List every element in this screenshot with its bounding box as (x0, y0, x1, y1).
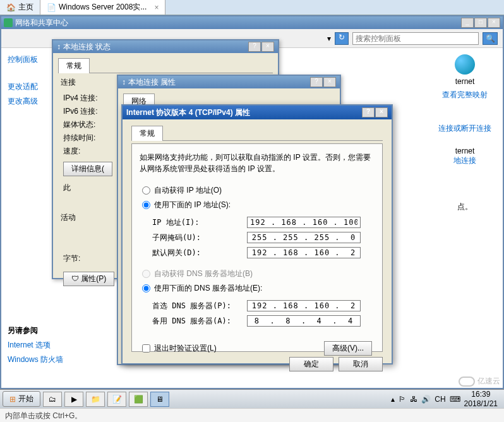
close-button[interactable]: × (488, 18, 500, 28)
link-change-advanced[interactable]: 更改高级 (8, 96, 45, 107)
radio-auto-dns-label: 自动获得 DNS 服务器地址(B) (154, 268, 253, 279)
link-local-conn[interactable]: 地连接 (433, 155, 496, 166)
link-connect[interactable]: 连接或断开连接 (433, 123, 496, 134)
page-icon: 📄 (47, 3, 56, 12)
left-panel: 控制面板 更改适配 更改高级 (8, 54, 45, 111)
cloud-icon (459, 377, 475, 387)
radio-auto-ip[interactable] (142, 186, 150, 195)
search-button[interactable]: 🔍 (483, 32, 498, 45)
radio-use-dns-row[interactable]: 使用下面的 DNS 服务器地址(E): (140, 281, 375, 296)
tab-label: 主页 (18, 2, 33, 13)
search-input[interactable] (352, 32, 479, 45)
dns2-input[interactable] (247, 315, 361, 327)
radio-auto-ip-row[interactable]: 自动获得 IP 地址(O) (140, 183, 375, 198)
tab-windows-server[interactable]: 📄 Windows Server 2008实... × (40, 0, 165, 15)
window-title: 网络和共享中心 (15, 18, 68, 28)
window-controls: _ □ × (461, 18, 500, 28)
taskbar-powershell-icon[interactable]: ▶ (64, 392, 83, 407)
close-icon[interactable]: × (154, 3, 159, 12)
globe-icon (455, 54, 475, 75)
link-windows-firewall[interactable]: Windows 防火墙 (8, 354, 63, 365)
window-title: Internet 协议版本 4 (TCP/IPv4) 属性 (126, 107, 250, 118)
taskbar-notepad-icon[interactable]: 📝 (107, 392, 126, 407)
link-control-panel[interactable]: 控制面板 (8, 54, 45, 65)
help-button[interactable]: ? (248, 42, 261, 52)
radio-use-ip[interactable] (142, 201, 150, 209)
start-button[interactable]: ⊞ 开始 (3, 391, 40, 407)
titlebar[interactable]: Internet 协议版本 4 (TCP/IPv4) 属性 ? × (123, 106, 392, 119)
gateway-label: 默认网关(D): (152, 248, 247, 258)
window-controls: ? × (362, 107, 388, 118)
titlebar[interactable]: ↕ 本地连接 状态 ? × (53, 40, 278, 53)
clock[interactable]: 16:39 2018/1/21 (464, 390, 498, 408)
close-button[interactable]: × (323, 77, 336, 87)
tab-general[interactable]: 常规 (58, 58, 90, 73)
language-indicator[interactable]: CH (435, 395, 445, 404)
tray-flag-icon[interactable]: 🏳 (399, 395, 406, 404)
tab-home[interactable]: 🏠 主页 (0, 0, 40, 15)
ip-address-input[interactable] (247, 217, 361, 228)
cancel-button[interactable]: 取消 (339, 357, 383, 371)
watermark-text: 亿速云 (477, 376, 500, 387)
hint-bar: 内部单击或按 Ctrl+G。 (0, 408, 504, 422)
link-change-adapter[interactable]: 更改适配 (8, 81, 45, 92)
maximize-button[interactable]: □ (474, 18, 487, 28)
window-icon (4, 18, 13, 27)
tray-show-hidden-icon[interactable]: ▴ (391, 395, 395, 404)
right-panel: ternet 查看完整映射 连接或断开连接 ternet 地连接 点。 (433, 54, 496, 212)
watermark: 亿速云 (459, 376, 500, 387)
radio-use-ip-row[interactable]: 使用下面的 IP 地址(S): (140, 198, 375, 212)
validate-checkbox[interactable] (142, 344, 150, 353)
dropdown-indicator[interactable]: ▾ (327, 34, 331, 43)
validate-row[interactable]: 退出时验证设置(L) 高级(V)... (140, 339, 375, 358)
minimize-button[interactable]: _ (461, 18, 474, 28)
taskbar-app-icon[interactable]: 🟩 (129, 392, 148, 407)
link-internet-options[interactable]: Internet 选项 (8, 340, 63, 351)
ip-address-label: IP 地址(I): (152, 217, 247, 228)
properties-button[interactable]: 🛡 属性(P) (63, 272, 114, 286)
taskbar-explorer-icon[interactable]: 🗂 (43, 392, 62, 407)
tray-ime-icon[interactable]: ⌨ (450, 395, 460, 404)
media-label: 媒体状态: (63, 119, 114, 130)
advanced-button[interactable]: 高级(V)... (324, 341, 372, 356)
internet-label: ternet (455, 77, 475, 86)
dns1-input[interactable] (247, 300, 361, 311)
hint-text: 内部单击或按 Ctrl+G。 (5, 411, 82, 420)
window-controls: ? × (310, 77, 336, 87)
see-also-heading: 另请参阅 (8, 326, 38, 335)
window-title: 本地连接 状态 (63, 42, 111, 52)
dns-group: 首选 DNS 服务器(P): 备用 DNS 服务器(A): (140, 296, 375, 335)
taskbar-network-icon[interactable]: 🖥 (150, 392, 169, 407)
tab-general[interactable]: 常规 (131, 126, 163, 141)
tcpip-properties-window: Internet 协议版本 4 (TCP/IPv4) 属性 ? × 常规 如果网… (121, 104, 393, 365)
tray-network-icon[interactable]: 🖧 (410, 395, 417, 404)
radio-use-dns-label: 使用下面的 DNS 服务器地址(E): (154, 283, 262, 294)
duration-label: 持续时间: (63, 133, 114, 143)
body: 常规 如果网络支持此功能，则可以获取自动指派的 IP 设置。否则，您需要从网络系… (123, 119, 392, 378)
ipv6-label: IPv6 连接: (63, 106, 114, 117)
gateway-input[interactable] (247, 247, 361, 258)
speed-label: 速度: (63, 146, 114, 157)
clock-time: 16:39 (464, 390, 498, 399)
tray-sound-icon[interactable]: 🔊 (421, 395, 431, 404)
subnet-mask-input[interactable] (247, 232, 361, 243)
radio-auto-ip-label: 自动获得 IP 地址(O) (154, 185, 222, 196)
ok-button[interactable]: 确定 (289, 357, 333, 371)
link-view-map[interactable]: 查看完整映射 (433, 90, 496, 100)
refresh-button[interactable]: ↻ (335, 32, 349, 45)
close-button[interactable]: × (261, 42, 274, 52)
close-button[interactable]: × (375, 107, 388, 118)
tab-label: Windows Server 2008实... (59, 2, 147, 13)
ip-group: IP 地址(I): 子网掩码(U): 默认网关(D): (140, 212, 375, 267)
taskbar-folder-icon[interactable]: 📁 (86, 392, 105, 407)
help-button[interactable]: ? (310, 77, 323, 87)
windows-icon: ⊞ (9, 395, 16, 404)
radio-use-dns[interactable] (142, 284, 150, 292)
help-button[interactable]: ? (362, 107, 375, 118)
details-button[interactable]: 详细信息( (63, 162, 112, 176)
radio-auto-dns (142, 270, 150, 278)
taskbar: ⊞ 开始 🗂 ▶ 📁 📝 🟩 🖥 ▴ 🏳 🖧 🔊 CH ⌨ 16:39 2018… (0, 389, 504, 408)
network-icon: ↕ (57, 42, 61, 51)
text-ternet: ternet (455, 147, 475, 155)
titlebar[interactable]: ↕ 本地连接 属性 ? × (118, 76, 340, 88)
